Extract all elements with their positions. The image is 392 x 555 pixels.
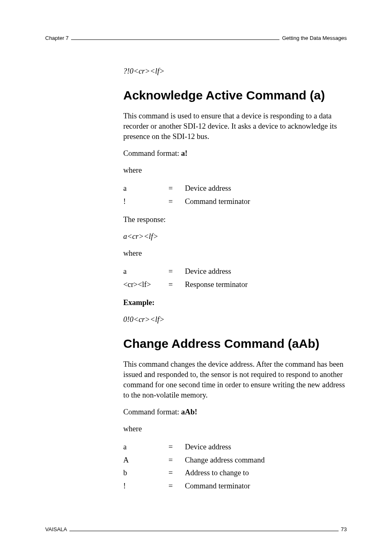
def-row: b = Address to change to [123, 467, 347, 479]
def-desc: Device address [185, 265, 231, 278]
runhead-left: Chapter 7 [45, 35, 69, 41]
section-title-acknowledge-active: Acknowledge Active Command (a) [123, 87, 347, 104]
def-row: ! = Command terminator [123, 195, 347, 208]
running-footer: VAISALA 73 [45, 526, 347, 532]
sec1-paragraph: This command is used to ensure that a de… [123, 111, 347, 142]
footer-left: VAISALA [45, 526, 67, 532]
def-row: a = Device address [123, 182, 347, 195]
def-eq: = [168, 278, 185, 291]
def-eq: = [168, 454, 185, 467]
response-label: The response: [123, 215, 347, 225]
def-desc: Device address [185, 182, 231, 195]
def-eq: = [168, 480, 185, 493]
section-title-change-address: Change Address Command (aAb) [123, 335, 347, 352]
where-label: where [123, 424, 347, 434]
where-label: where [123, 248, 347, 259]
def-desc: Device address [185, 441, 231, 453]
def-desc: Command terminator [185, 480, 250, 493]
def-term: a [123, 441, 168, 453]
def-term: A [123, 454, 168, 467]
def-term: a [123, 182, 168, 195]
sec2-def-list: a = Device address A = Change address co… [123, 441, 347, 493]
response-value: a<cr><lf> [123, 231, 347, 242]
def-eq: = [168, 182, 185, 195]
sec1-command-format: Command format: a! [123, 148, 347, 159]
def-desc: Response terminator [185, 278, 248, 291]
def-desc: Change address command [185, 454, 265, 467]
cmd-value: aAb! [181, 408, 197, 416]
def-row: ! = Command terminator [123, 480, 347, 493]
def-term: ! [123, 480, 168, 493]
runhead-right: Getting the Data Messages [282, 35, 347, 41]
def-row: A = Change address command [123, 454, 347, 467]
footer-page-number: 73 [341, 526, 347, 532]
where-label: where [123, 165, 347, 176]
cmd-value: a! [181, 149, 187, 157]
example-label: Example: [123, 298, 347, 308]
def-row: <cr><lf> = Response terminator [123, 278, 347, 291]
footer-rule [69, 531, 338, 531]
def-desc: Address to change to [185, 467, 249, 479]
def-eq: = [168, 441, 185, 453]
def-desc: Command terminator [185, 195, 250, 208]
intro-response-line: ?!0<cr><lf> [123, 66, 347, 76]
sec2-command-format: Command format: aAb! [123, 407, 347, 417]
page-content: ?!0<cr><lf> Acknowledge Active Command (… [123, 44, 347, 493]
cmd-prefix: Command format: [123, 149, 181, 157]
def-row: a = Device address [123, 265, 347, 278]
cmd-prefix: Command format: [123, 408, 181, 416]
def-term: b [123, 467, 168, 479]
def-term: ! [123, 195, 168, 208]
sec2-paragraph: This command changes the device address.… [123, 359, 347, 400]
running-header: Chapter 7 Getting the Data Messages [45, 35, 347, 41]
runhead-rule [71, 39, 279, 40]
def-row: a = Device address [123, 441, 347, 453]
def-eq: = [168, 195, 185, 208]
def-term: a [123, 265, 168, 278]
def-eq: = [168, 467, 185, 479]
example-value: 0!0<cr><lf> [123, 314, 347, 325]
def-term: <cr><lf> [123, 278, 168, 291]
def-eq: = [168, 265, 185, 278]
sec1-def-list-2: a = Device address <cr><lf> = Response t… [123, 265, 347, 291]
sec1-def-list-1: a = Device address ! = Command terminato… [123, 182, 347, 208]
